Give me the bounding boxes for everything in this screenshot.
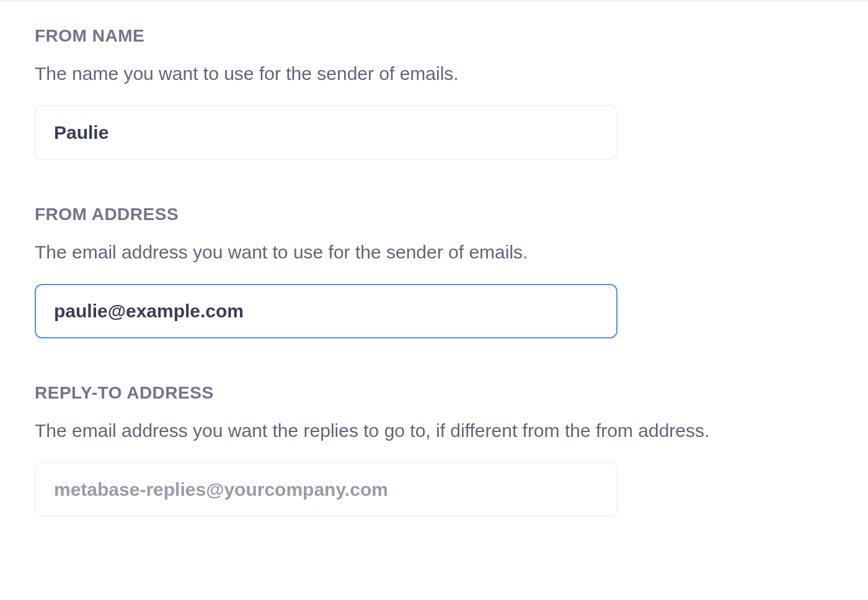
email-settings-form: FROM NAME The name you want to use for t… (0, 0, 868, 542)
reply-to-address-input[interactable] (35, 462, 618, 517)
reply-to-address-section: REPLY-TO ADDRESS The email address you w… (35, 383, 833, 517)
reply-to-address-label: REPLY-TO ADDRESS (35, 383, 833, 403)
from-name-description: The name you want to use for the sender … (35, 61, 833, 87)
from-address-label: FROM ADDRESS (35, 205, 833, 224)
reply-to-address-description: The email address you want the replies t… (35, 418, 833, 444)
from-name-section: FROM NAME The name you want to use for t… (35, 26, 833, 160)
from-address-description: The email address you want to use for th… (35, 239, 833, 265)
from-name-label: FROM NAME (35, 26, 833, 46)
from-address-input[interactable] (35, 284, 618, 338)
from-address-section: FROM ADDRESS The email address you want … (35, 205, 833, 338)
from-name-input[interactable] (35, 105, 618, 160)
